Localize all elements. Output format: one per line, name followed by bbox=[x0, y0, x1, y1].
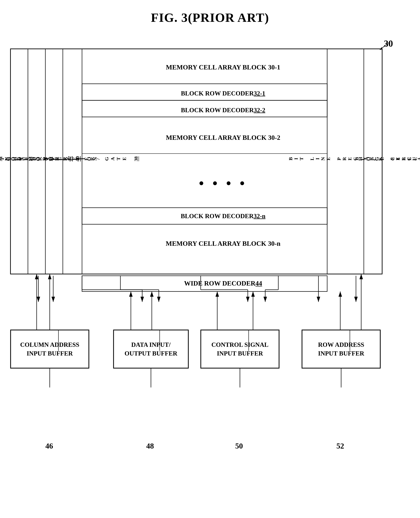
svg-marker-25 bbox=[35, 274, 38, 279]
ref-50: 50 bbox=[235, 442, 243, 450]
ref-46: 46 bbox=[45, 442, 53, 450]
svg-marker-30 bbox=[150, 292, 154, 297]
wide-row-decoder: WIDE ROW DECODER 44 bbox=[82, 275, 364, 291]
data-io-buf: DATA INPUT/OUTPUT BUFFER bbox=[113, 330, 188, 368]
ref-52: 52 bbox=[337, 442, 344, 450]
col-addr-buf: COLUMN ADDRESSINPUT BUFFER bbox=[10, 330, 89, 368]
svg-marker-22 bbox=[48, 274, 52, 279]
row-addr-buf: ROW ADDRESSINPUT BUFFER bbox=[302, 330, 380, 368]
col-sel-label: COLUMNSELECTIONGATE38 bbox=[63, 49, 80, 269]
brd-n: BLOCK ROW DECODER 32-n bbox=[82, 208, 364, 224]
mem-block-2: MEMORY CELL ARRAY BLOCK 30-2 bbox=[82, 118, 364, 157]
block-sel-label: BLOCKSELECTOR36 bbox=[392, 49, 410, 269]
svg-marker-32 bbox=[216, 292, 219, 297]
mem-block-n: MEMORY CELL ARRAY BLOCK 30-n bbox=[82, 224, 364, 263]
svg-marker-37 bbox=[338, 292, 342, 297]
svg-marker-28 bbox=[129, 292, 133, 297]
ctrl-sig-buf: CONTROL SIGNALINPUT BUFFER bbox=[201, 330, 279, 368]
ref-48: 48 bbox=[146, 442, 154, 450]
brd-2: BLOCK ROW DECODER 32-2 bbox=[82, 102, 364, 118]
svg-marker-35 bbox=[251, 292, 255, 297]
page-title: FIG. 3(PRIOR ART) bbox=[0, 0, 420, 32]
mem-block-1: MEMORY CELL ARRAY BLOCK 30-1 bbox=[82, 49, 364, 85]
brd-1: BLOCK ROW DECODER 32-1 bbox=[82, 85, 364, 102]
continuation-dots: • • • • bbox=[82, 157, 364, 210]
